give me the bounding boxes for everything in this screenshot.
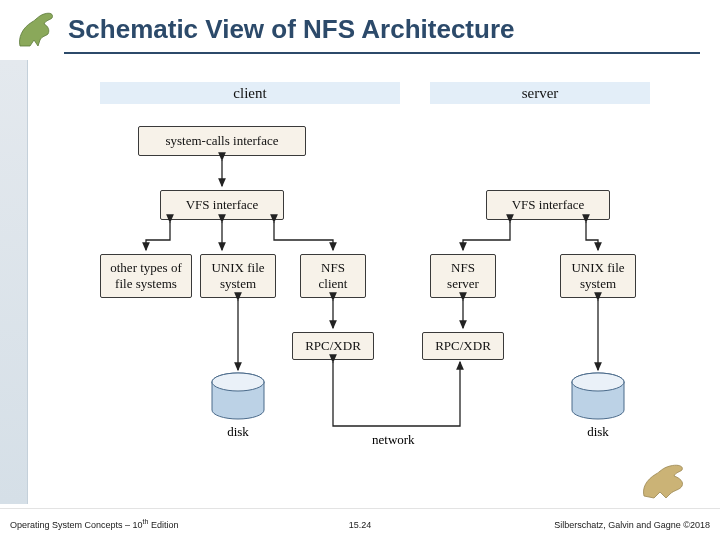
disk-server-label: disk: [584, 424, 612, 440]
box-nfs-server: NFS server: [430, 254, 496, 298]
network-label: network: [372, 432, 415, 448]
title-underline: [64, 52, 700, 54]
box-unix-fs-client: UNIX file system: [200, 254, 276, 298]
box-nfs-client: NFS client: [300, 254, 366, 298]
page-title: Schematic View of NFS Architecture: [68, 14, 514, 45]
slide-sidebar: [0, 60, 28, 504]
disk-server-icon: [570, 372, 626, 422]
column-header-client: client: [100, 82, 400, 104]
box-other-filesystems: other types of file systems: [100, 254, 192, 298]
column-header-server: server: [430, 82, 650, 104]
box-unix-fs-server: UNIX file system: [560, 254, 636, 298]
footer-book-title-a: Operating System Concepts – 10: [10, 520, 143, 530]
dinosaur-footer-icon: [640, 460, 694, 502]
box-system-calls-interface: system-calls interface: [138, 126, 306, 156]
box-rpc-xdr-client: RPC/XDR: [292, 332, 374, 360]
footer-authors: Silberschatz, Galvin and Gagne ©2018: [554, 520, 710, 530]
footer-left: Operating System Concepts – 10th Edition: [10, 518, 178, 530]
disk-client-icon: [210, 372, 266, 422]
dinosaur-logo-icon: [14, 6, 62, 52]
svg-point-3: [572, 373, 624, 391]
box-vfs-client: VFS interface: [160, 190, 284, 220]
nfs-architecture-diagram: client server system-calls interface VFS…: [100, 82, 660, 482]
box-vfs-server: VFS interface: [486, 190, 610, 220]
box-rpc-xdr-server: RPC/XDR: [422, 332, 504, 360]
slide-footer: Operating System Concepts – 10th Edition…: [0, 508, 720, 540]
svg-point-1: [212, 373, 264, 391]
footer-page-number: 15.24: [349, 520, 372, 530]
disk-client-label: disk: [224, 424, 252, 440]
footer-book-title-b: Edition: [148, 520, 178, 530]
